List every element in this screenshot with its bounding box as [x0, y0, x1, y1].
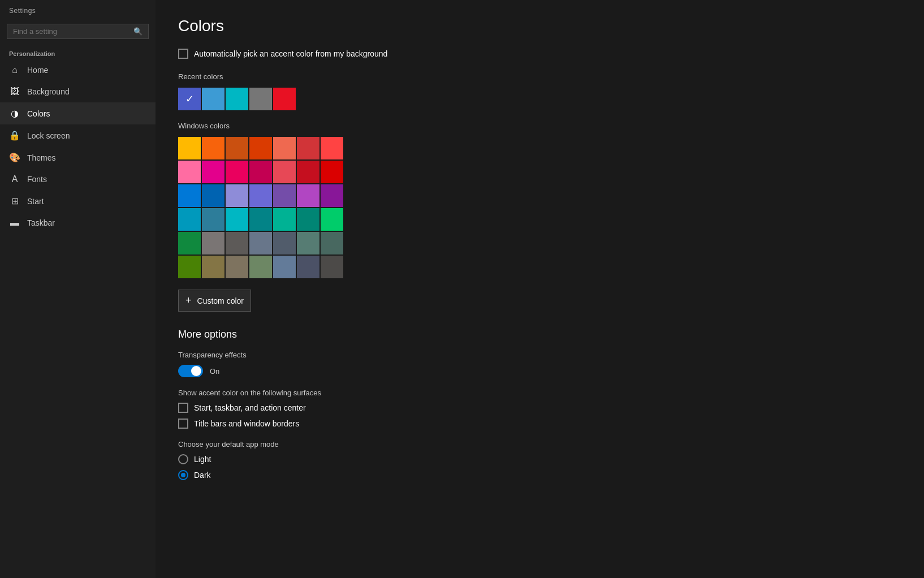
sidebar-item-label-lock-screen: Lock screen [27, 131, 70, 140]
wc-4-5[interactable] [297, 232, 319, 255]
wc-4-6[interactable] [321, 232, 343, 255]
search-bar[interactable]: 🔍 [7, 24, 149, 39]
wc-2-2[interactable] [226, 184, 248, 207]
radio-light[interactable] [178, 454, 188, 464]
wc-2-5[interactable] [297, 184, 319, 207]
wc-0-1[interactable] [202, 137, 224, 159]
sidebar-item-start[interactable]: ⊞ Start [0, 190, 156, 212]
color-row-0 [178, 137, 896, 159]
wc-1-5[interactable] [297, 161, 319, 183]
sidebar-item-background[interactable]: 🖼 Background [0, 81, 156, 102]
sidebar-item-home[interactable]: ⌂ Home [0, 59, 156, 81]
wc-2-1[interactable] [202, 184, 224, 207]
wc-3-6[interactable] [321, 208, 343, 231]
wc-3-3[interactable] [249, 208, 272, 231]
color-row-4 [178, 232, 896, 255]
wc-1-0[interactable] [178, 161, 201, 183]
sidebar-item-label-colors: Colors [27, 109, 50, 118]
sidebar-item-label-start: Start [27, 197, 44, 206]
surface-title-label: Title bars and window borders [194, 419, 299, 428]
windows-colors-label: Windows colors [178, 122, 896, 130]
start-icon: ⊞ [9, 196, 20, 206]
wc-3-2[interactable] [226, 208, 248, 231]
radio-light-row: Light [178, 454, 896, 464]
transparency-on-label: On [210, 367, 219, 376]
wc-3-5[interactable] [297, 208, 319, 231]
wc-4-1[interactable] [202, 232, 224, 255]
recent-colors-label: Recent colors [178, 72, 896, 81]
color-row-3 [178, 208, 896, 231]
wc-5-3[interactable] [249, 256, 272, 278]
wc-0-5[interactable] [297, 137, 319, 159]
recent-color-4[interactable] [273, 88, 296, 110]
wc-0-3[interactable] [249, 137, 272, 159]
sidebar-item-label-background: Background [27, 87, 70, 96]
search-icon[interactable]: 🔍 [133, 27, 143, 36]
wc-1-2[interactable] [226, 161, 248, 183]
color-row-1 [178, 161, 896, 183]
wc-4-2[interactable] [226, 232, 248, 255]
wc-1-1[interactable] [202, 161, 224, 183]
wc-3-4[interactable] [273, 208, 296, 231]
wc-1-4[interactable] [273, 161, 296, 183]
sidebar-item-label-home: Home [27, 66, 48, 75]
wc-2-0[interactable] [178, 184, 201, 207]
wc-2-4[interactable] [273, 184, 296, 207]
wc-5-4[interactable] [273, 256, 296, 278]
transparency-label: Transparency effects [178, 351, 896, 359]
wc-3-1[interactable] [202, 208, 224, 231]
sidebar-item-label-fonts: Fonts [27, 175, 47, 184]
wc-3-0[interactable] [178, 208, 201, 231]
app-mode-dark-label: Dark [194, 471, 211, 480]
page-title: Colors [178, 17, 896, 35]
radio-dark[interactable] [178, 470, 188, 480]
recent-color-1[interactable] [202, 88, 224, 110]
auto-pick-checkbox[interactable] [178, 49, 188, 59]
surface-title-checkbox[interactable] [178, 419, 188, 429]
sidebar-item-fonts[interactable]: A Fonts [0, 169, 156, 190]
section-label: Personalization [0, 44, 156, 59]
colors-icon: ◑ [9, 108, 20, 119]
wc-4-0[interactable] [178, 232, 201, 255]
radio-dark-inner [181, 473, 185, 477]
sidebar-item-colors[interactable]: ◑ Colors [0, 102, 156, 124]
sidebar-item-label-themes: Themes [27, 153, 56, 162]
wc-1-3[interactable] [249, 161, 272, 183]
sidebar-item-lock-screen[interactable]: 🔒 Lock screen [0, 124, 156, 146]
sidebar-item-themes[interactable]: 🎨 Themes [0, 146, 156, 169]
wc-5-2[interactable] [226, 256, 248, 278]
wc-2-3[interactable] [249, 184, 272, 207]
wc-5-1[interactable] [202, 256, 224, 278]
transparency-toggle-row: On [178, 365, 896, 377]
wc-0-4[interactable] [273, 137, 296, 159]
background-icon: 🖼 [9, 87, 20, 97]
app-mode-label: Choose your default app mode [178, 440, 896, 448]
wc-5-6[interactable] [321, 256, 343, 278]
wc-4-3[interactable] [249, 232, 272, 255]
recent-color-2[interactable] [226, 88, 248, 110]
transparency-toggle[interactable] [178, 365, 203, 377]
wc-0-0[interactable] [178, 137, 201, 159]
wc-1-6[interactable] [321, 161, 343, 183]
wc-0-2[interactable] [226, 137, 248, 159]
wc-5-5[interactable] [297, 256, 319, 278]
sidebar-item-taskbar[interactable]: ▬ Taskbar [0, 212, 156, 234]
color-row-5 [178, 256, 896, 278]
home-icon: ⌂ [9, 65, 20, 75]
main-content: Colors Automatically pick an accent colo… [156, 0, 924, 578]
surface-title-row: Title bars and window borders [178, 419, 896, 429]
custom-color-button[interactable]: + Custom color [178, 290, 251, 312]
wc-2-6[interactable] [321, 184, 343, 207]
wc-4-4[interactable] [273, 232, 296, 255]
recent-color-3[interactable] [249, 88, 272, 110]
sidebar: Settings 🔍 Personalization ⌂ Home 🖼 Back… [0, 0, 156, 578]
wc-0-6[interactable] [321, 137, 343, 159]
surface-section: Show accent color on the following surfa… [178, 389, 896, 429]
wc-5-0[interactable] [178, 256, 201, 278]
color-row-2 [178, 184, 896, 207]
surface-start-checkbox[interactable] [178, 403, 188, 413]
search-input[interactable] [13, 27, 133, 36]
recent-color-0[interactable]: ✓ [178, 88, 201, 110]
toggle-thumb [191, 366, 201, 376]
custom-color-label: Custom color [197, 296, 244, 305]
